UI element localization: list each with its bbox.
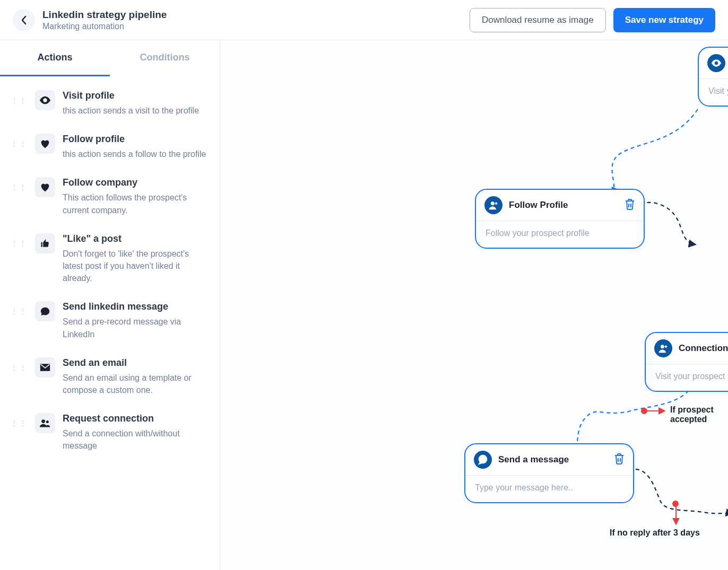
- svg-point-9: [481, 459, 482, 460]
- sidebar-action-item[interactable]: Visit profile this action sends a visit …: [0, 82, 220, 125]
- node-body: Visit your prospect profile: [699, 79, 728, 106]
- header-left: Linkedin strategy pipeline Marketing aut…: [13, 9, 167, 31]
- node-new-visit[interactable]: New Visit Visit your prospect profile: [698, 47, 728, 107]
- sidebar-action-item[interactable]: "Like" a post Don't forget to 'like' the…: [0, 225, 220, 293]
- action-title: Visit profile: [63, 90, 209, 101]
- action-text: Send an email Send an email using a temp…: [63, 357, 209, 396]
- svg-point-7: [661, 345, 664, 348]
- action-title: Send an email: [63, 357, 209, 369]
- svg-point-2: [46, 420, 49, 423]
- header-actions: Download resume as image Save new strate…: [470, 8, 715, 32]
- tab-actions[interactable]: Actions: [0, 40, 110, 76]
- back-button[interactable]: [13, 9, 35, 31]
- sidebar-action-item[interactable]: Send an email Send an email using a temp…: [0, 349, 220, 405]
- condition-dot: [672, 501, 679, 507]
- action-text: Follow company This action follows the p…: [63, 177, 209, 216]
- trash-icon[interactable]: [614, 453, 625, 467]
- sidebar-action-item[interactable]: Request connection Send a connection wit…: [0, 405, 220, 460]
- save-button[interactable]: Save new strategy: [613, 8, 715, 32]
- node-body: Type your message here..: [465, 476, 633, 502]
- drag-handle-icon[interactable]: [11, 240, 28, 247]
- node-title: Connection Request: [679, 343, 728, 354]
- action-desc: This action follows the prospect's curre…: [63, 191, 209, 216]
- action-text: Request connection Send a connection wit…: [63, 413, 209, 452]
- chat-icon: [474, 451, 492, 469]
- action-desc: Send a connection with/without message: [63, 427, 209, 452]
- eye-icon: [35, 90, 55, 110]
- drag-handle-icon[interactable]: [11, 308, 28, 315]
- action-title: Request connection: [63, 413, 209, 424]
- drag-handle-icon[interactable]: [11, 364, 28, 371]
- chat-icon: [35, 301, 55, 321]
- thumb-icon: [35, 233, 55, 253]
- svg-point-1: [41, 419, 45, 423]
- node-body: Follow your prospect profile: [476, 221, 644, 248]
- sidebar-action-item[interactable]: Follow company This action follows the p…: [0, 169, 220, 224]
- action-text: Visit profile this action sends a visit …: [63, 90, 209, 117]
- node-title: Follow Profile: [509, 200, 618, 211]
- action-desc: this action sends a visit to the profile: [63, 104, 209, 117]
- condition-dot: [641, 408, 647, 414]
- page-title: Linkedin strategy pipeline: [42, 9, 167, 21]
- download-button[interactable]: Download resume as image: [470, 8, 606, 32]
- mail-icon: [35, 357, 55, 378]
- sidebar-action-item[interactable]: Follow profile this action sends a follo…: [0, 125, 220, 169]
- action-desc: Don't forget to 'like' the prospect's la…: [63, 248, 209, 285]
- page-subtitle: Marketing automation: [42, 22, 167, 31]
- user-add-icon: [484, 196, 502, 214]
- sidebar-tabs: Actions Conditions: [0, 40, 220, 76]
- action-text: Follow profile this action sends a follo…: [63, 134, 209, 160]
- action-desc: Send an email using a template or compos…: [63, 372, 209, 396]
- condition-accepted-label: If prospect accepted: [670, 405, 728, 424]
- action-title: "Like" a post: [63, 233, 209, 244]
- node-send-message[interactable]: Send a message Type your message here..: [464, 443, 634, 503]
- node-connection-request[interactable]: Connection Request Visit your prospect p…: [645, 332, 728, 392]
- header: Linkedin strategy pipeline Marketing aut…: [0, 0, 728, 40]
- sidebar-action-item[interactable]: Send linkedin message Send a pre-record …: [0, 293, 220, 348]
- trash-icon[interactable]: [625, 198, 635, 212]
- eye-icon: [707, 54, 725, 72]
- canvas[interactable]: If prospect accepted If prospect didn't …: [220, 40, 728, 570]
- tab-conditions[interactable]: Conditions: [110, 40, 220, 76]
- action-desc: this action sends a follow to the profil…: [63, 148, 209, 160]
- action-text: "Like" a post Don't forget to 'like' the…: [63, 233, 209, 285]
- drag-handle-icon[interactable]: [11, 183, 28, 191]
- action-title: Send linkedin message: [63, 301, 209, 312]
- svg-point-11: [484, 459, 486, 460]
- sidebar: Actions Conditions Visit profile this ac…: [0, 40, 220, 570]
- users-icon: [35, 413, 55, 433]
- drag-handle-icon[interactable]: [11, 97, 28, 104]
- user-add-icon: [654, 339, 672, 357]
- drag-handle-icon[interactable]: [11, 419, 28, 427]
- condition-noreply-label: If no reply after 3 days: [610, 528, 700, 538]
- action-title: Follow company: [63, 177, 209, 188]
- action-text: Send linkedin message Send a pre-record …: [63, 301, 209, 340]
- node-body: Visit your prospect profile: [646, 364, 728, 391]
- heart-icon: [35, 177, 55, 197]
- header-titles: Linkedin strategy pipeline Marketing aut…: [42, 9, 167, 31]
- svg-point-6: [491, 201, 495, 205]
- drag-handle-icon[interactable]: [11, 140, 28, 147]
- heart-icon: [35, 134, 55, 154]
- node-title: Send a message: [498, 454, 608, 465]
- chevron-left-icon: [21, 15, 27, 25]
- actions-list[interactable]: Visit profile this action sends a visit …: [0, 76, 220, 570]
- action-title: Follow profile: [63, 134, 209, 145]
- node-follow-profile[interactable]: Follow Profile Follow your prospect prof…: [475, 189, 645, 249]
- action-desc: Send a pre-record message via LinkedIn: [63, 315, 209, 340]
- svg-point-10: [482, 459, 483, 460]
